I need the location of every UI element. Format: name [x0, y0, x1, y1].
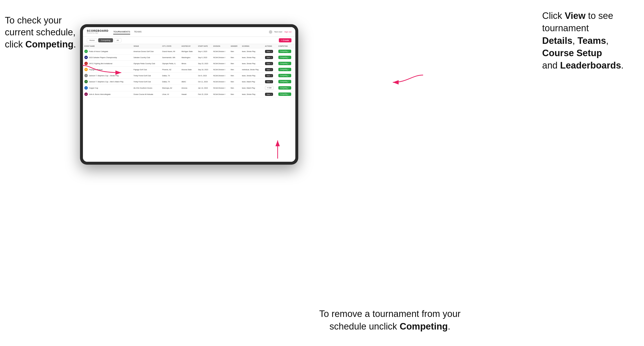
start-date-cell: Sep 15, 2023 [197, 60, 212, 67]
nav-tournaments[interactable]: TOURNAMENTS [113, 29, 130, 34]
actions-cell: View ℹ [264, 60, 277, 67]
view-button[interactable]: View ℹ [265, 93, 273, 96]
actions-cell: View ℹ [264, 91, 277, 97]
event-name: 2023 Sahalee Players Championship [89, 57, 117, 58]
col-gender: GENDER [229, 44, 240, 48]
user-icon [269, 30, 272, 34]
tab-all[interactable]: All [114, 38, 122, 42]
view-button[interactable]: View ℹ [265, 62, 273, 65]
event-name: Jackson T. Stephens Cup – Men's Match Pl… [89, 81, 124, 83]
col-event-name: EVENT NAME [83, 44, 132, 48]
scoring-cell: team, Stroke Play [240, 91, 264, 97]
event-name: Folds of Honor Collegiate [89, 51, 108, 52]
filter-tabs: Home Competing All [87, 38, 122, 42]
navbar: SCOREBOARD Powered by clippi TOURNAMENTS… [83, 27, 295, 37]
hosted-by-cell: Hawaii [180, 91, 196, 97]
start-date-cell: Sep 4, 2023 [197, 48, 212, 54]
city-state-cell: Olympia Fields, IL [161, 60, 180, 67]
col-start-date: START DATE [197, 44, 212, 48]
city-state-cell: Lihue, HI [161, 91, 180, 97]
gender-cell: Men [229, 79, 240, 85]
table-header-row: EVENT NAME VENUE CITY, STATE HOSTED BY S… [83, 44, 295, 48]
team-logo: J [84, 74, 88, 77]
col-scoring: SCORING [240, 44, 264, 48]
view-button[interactable]: View ℹ [265, 50, 273, 53]
view-button[interactable]: View ℹ [265, 80, 273, 83]
create-button[interactable]: + Create [279, 38, 292, 42]
tab-competing[interactable]: Competing [98, 38, 113, 42]
competing-badge[interactable]: Competing ✓ [278, 56, 291, 59]
competing-cell: Competing ✓ [277, 79, 295, 85]
col-competing: COMPETING [277, 44, 295, 48]
col-division: DIVISION [212, 44, 229, 48]
gender-cell: Men [229, 60, 240, 67]
table-row: H John A. Burns Intercollegiate Ocean Co… [83, 91, 295, 97]
signout-link[interactable]: Sign out [284, 31, 292, 33]
hosted-by-cell: Arizona State [180, 67, 196, 73]
venue-cell: Trinity Forest Golf Club [132, 73, 161, 79]
nav-links: TOURNAMENTS TEAMS [113, 29, 269, 34]
gender-cell: Men [229, 91, 240, 97]
col-actions: ACTIONS [264, 44, 277, 48]
hosted-by-cell: Washington [180, 54, 196, 60]
competing-cell: Competing ✓ [277, 67, 295, 73]
venue-cell: Sahalee Country Club [132, 54, 161, 60]
view-button[interactable]: View ℹ [265, 56, 273, 59]
actions-cell: ✏ Edit [264, 85, 277, 91]
view-button[interactable]: View ℹ [265, 74, 273, 77]
table-row: J Jackson T. Stephens Cup – Stroke Play … [83, 73, 295, 79]
table-row: W 2023 Sahalee Players Championship Saha… [83, 54, 295, 60]
annotation-bottom: To remove a tournament from your schedul… [305, 308, 475, 333]
competing-cell: Competing ✓ [277, 54, 295, 60]
division-cell: NCAA Division I [212, 54, 229, 60]
event-name: Jackson T. Stephens Cup – Stroke Play [89, 75, 119, 76]
start-date-cell: Oct 11, 2023 [197, 79, 212, 85]
scoring-cell: team, Stroke Play [240, 73, 264, 79]
col-venue: VENUE [132, 44, 161, 48]
venue-cell: Ak-Chin Southern Dunes [132, 85, 161, 91]
division-cell: NCAA Division I [212, 85, 229, 91]
event-name: Copper Cup [89, 87, 98, 89]
event-name: John A. Burns Intercollegiate [89, 93, 110, 95]
team-logo: F [84, 50, 88, 53]
competing-badge[interactable]: Competing ✓ [278, 62, 291, 65]
venue-cell: Olympia Fields Country Club [132, 60, 161, 67]
col-city-state: CITY, STATE [161, 44, 180, 48]
hosted-by-cell: Illinois [180, 60, 196, 67]
actions-cell: View ℹ [264, 79, 277, 85]
competing-cell: Competing ✓ [277, 85, 295, 91]
actions-cell: View ℹ [264, 48, 277, 54]
division-cell: NCAA Division I [212, 79, 229, 85]
city-state-cell: Sammamish, WA [161, 54, 180, 60]
competing-badge[interactable]: Competing ✓ [278, 80, 291, 83]
competing-badge[interactable]: Competing ✓ [278, 86, 291, 90]
venue-cell: Papago Golf Club [132, 67, 161, 73]
city-state-cell: Maricopa, AZ [161, 85, 180, 91]
team-logo: P [84, 68, 88, 71]
team-logo: J [84, 80, 88, 83]
view-button[interactable]: View ℹ [265, 68, 273, 71]
hosted-by-cell: ABAC [180, 79, 196, 85]
table-row: F Folds of Honor Collegiate American Dun… [83, 48, 295, 54]
gender-cell: Men [229, 48, 240, 54]
edit-button[interactable]: ✏ Edit [265, 86, 274, 90]
tab-home[interactable]: Home [87, 38, 97, 42]
scoring-cell: team, Stroke Play [240, 54, 264, 60]
hosted-by-cell [180, 73, 196, 79]
table-row: I OFCC Fighting Illini Invitational Olym… [83, 60, 295, 67]
start-date-cell: Feb 15, 2024 [197, 91, 212, 97]
scoring-cell: team, Stroke Play [240, 60, 264, 67]
start-date-cell: Jan 14, 2024 [197, 85, 212, 91]
city-state-cell: Dallas, TX [161, 79, 180, 85]
annotation-top-left: To check your current schedule, click Co… [5, 14, 87, 50]
scoring-cell: team, Match Play [240, 85, 264, 91]
city-state-cell: Grand Haven, MI [161, 48, 180, 54]
competing-badge[interactable]: Competing ✓ [278, 50, 291, 53]
city-state-cell: Dallas, TX [161, 73, 180, 79]
nav-teams[interactable]: TEAMS [134, 29, 142, 34]
team-logo: I [84, 62, 88, 65]
competing-badge[interactable]: Competing ✓ [278, 68, 291, 71]
competing-badge[interactable]: Competing ✓ [278, 74, 291, 77]
competing-badge[interactable]: Competing ✓ [278, 93, 291, 96]
table-row: P Papago Individual Papago Golf Club Pho… [83, 67, 295, 73]
